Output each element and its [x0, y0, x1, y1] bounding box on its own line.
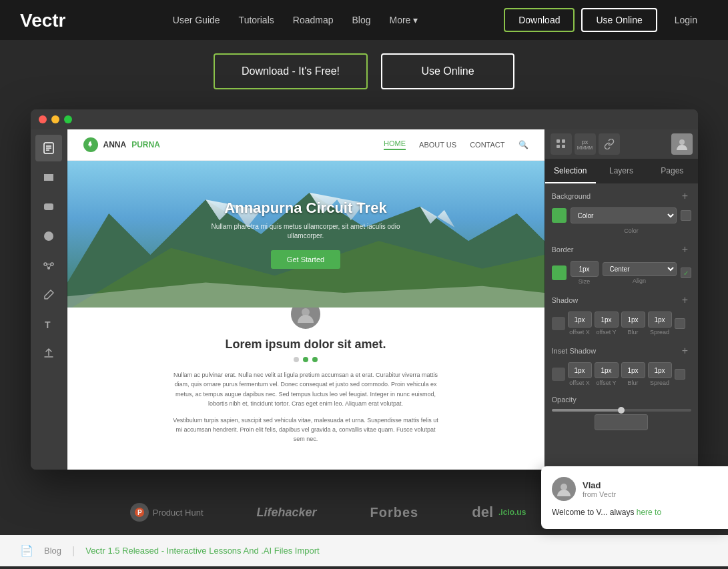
tab-pages[interactable]: Pages — [647, 159, 697, 183]
hero-section: Download - It's Free! Use Online — [0, 40, 728, 490]
shadow-add-button[interactable]: + — [679, 294, 691, 306]
titlebar — [31, 109, 698, 129]
maximize-button[interactable] — [64, 115, 72, 123]
opacity-title: Opacity — [552, 396, 577, 404]
site-nav-contact[interactable]: CONTACT — [470, 141, 504, 149]
panel-toolbar: px MMMM — [545, 129, 698, 159]
shadow-checkbox[interactable] — [675, 318, 685, 329]
blog-bar: 📄 Blog | Vectr 1.5 Released - Interactiv… — [0, 535, 728, 566]
inset-shadow-spread-input[interactable] — [648, 362, 672, 378]
hero-use-online-button[interactable]: Use Online — [381, 53, 514, 89]
shadow-offsety-input[interactable] — [595, 312, 619, 328]
border-checkbox[interactable]: ✓ — [681, 267, 691, 278]
right-panel: px MMMM — [544, 129, 698, 470]
site-hero-subtitle: Nullam pharetra mi quis metus ullamcorpe… — [206, 222, 406, 241]
shadow-offsety-group: offset Y — [595, 312, 619, 336]
border-color-swatch[interactable] — [552, 265, 567, 280]
border-align-select[interactable]: Center — [603, 262, 677, 276]
nav-login-button[interactable]: Login — [664, 9, 708, 31]
tool-edit[interactable] — [35, 281, 62, 308]
inset-shadow-offsety-group: offset Y — [595, 362, 619, 386]
site-content-text-1: Nullam ac pulvinar erat. Nulla nec velit… — [172, 370, 439, 409]
panel-user-avatar — [671, 133, 693, 155]
inset-shadow-blur-input[interactable] — [621, 362, 645, 378]
chat-link[interactable]: here to — [637, 508, 661, 517]
tab-selection[interactable]: Selection — [545, 159, 596, 183]
inset-shadow-add-button[interactable]: + — [679, 345, 691, 357]
tool-rectangle[interactable] — [35, 164, 62, 191]
blog-label: Blog — [44, 546, 61, 556]
svg-rect-25 — [557, 145, 560, 148]
tool-pen[interactable] — [35, 252, 62, 279]
svg-point-7 — [44, 231, 53, 241]
tool-text[interactable]: T — [35, 311, 62, 338]
blog-document-icon: 📄 — [20, 544, 33, 557]
svg-rect-24 — [562, 139, 565, 143]
border-align-group: Center Align — [603, 262, 677, 284]
svg-rect-23 — [557, 139, 560, 143]
background-color-swatch[interactable] — [552, 208, 567, 223]
background-checkbox[interactable] — [681, 210, 691, 221]
shadow-offsetx-group: offset X — [568, 312, 592, 336]
shadow-spread-input[interactable] — [648, 312, 672, 328]
nav-more[interactable]: More ▾ — [390, 15, 418, 25]
inset-shadow-checkbox[interactable] — [675, 369, 685, 380]
close-button[interactable] — [39, 115, 47, 123]
shadow-row: offset X offset Y Blur — [552, 312, 691, 336]
border-size-group: Size — [571, 261, 599, 285]
nav-user-guide[interactable]: User Guide — [173, 15, 220, 25]
background-add-button[interactable]: + — [679, 190, 691, 202]
background-type-select[interactable]: Color — [571, 207, 677, 223]
tool-rounded-rect[interactable] — [35, 193, 62, 220]
panel-link-icon[interactable] — [599, 133, 620, 155]
section-shadow: Shadow + offset X offset Y — [552, 294, 691, 336]
inset-shadow-offsety-input[interactable] — [595, 362, 619, 378]
section-border: Border + Size Center — [552, 243, 691, 285]
svg-point-31 — [561, 484, 567, 490]
inset-shadow-color-swatch[interactable] — [552, 368, 565, 381]
site-hero-content: Annapurna Circuit Trek Nullam pharetra m… — [67, 161, 544, 308]
svg-point-27 — [679, 139, 685, 145]
nav-use-online-button[interactable]: Use Online — [581, 8, 657, 32]
svg-line-12 — [46, 265, 48, 267]
tab-layers[interactable]: Layers — [596, 159, 647, 183]
opacity-value-input[interactable]: opacity — [595, 414, 648, 430]
canvas-area[interactable]: ANNA PURNA HOME ABOUT US CONTACT 🔍 — [67, 129, 544, 470]
svg-text:T: T — [45, 320, 51, 330]
tool-circle[interactable] — [35, 223, 62, 249]
border-size-input[interactable] — [571, 261, 599, 277]
nav-blog[interactable]: Blog — [352, 15, 370, 25]
opacity-value-row: opacity — [552, 414, 691, 430]
shadow-offsetx-input[interactable] — [568, 312, 592, 328]
tool-upload[interactable] — [35, 340, 62, 367]
site-hero-btn[interactable]: Get Started — [271, 250, 340, 269]
app-window: T — [31, 109, 698, 470]
minimize-button[interactable] — [51, 115, 59, 123]
border-add-button[interactable]: + — [679, 243, 691, 255]
chat-widget: Vlad from Vectr Welcome to V... always h… — [541, 466, 728, 529]
shadow-color-swatch[interactable] — [552, 317, 565, 330]
chat-message: Welcome to V... always here to — [552, 506, 717, 518]
hero-download-button[interactable]: Download - It's Free! — [214, 53, 368, 89]
svg-text:P: P — [137, 509, 142, 516]
opacity-slider[interactable] — [552, 409, 691, 412]
nav-download-button[interactable]: Download — [504, 8, 575, 32]
nav-tutorials[interactable]: Tutorials — [239, 15, 274, 25]
tool-document[interactable] — [35, 135, 62, 161]
background-row: Color — [552, 207, 691, 223]
inset-shadow-offsetx-input[interactable] — [568, 362, 592, 378]
search-icon[interactable]: 🔍 — [518, 140, 528, 149]
panel-px-icon[interactable]: px MMMM — [575, 133, 596, 155]
shadow-blur-input[interactable] — [621, 312, 645, 328]
blog-article-link[interactable]: Vectr 1.5 Released - Interactive Lessons… — [85, 546, 319, 556]
nav-roadmap[interactable]: Roadmap — [293, 15, 334, 25]
chat-header: Vlad from Vectr — [552, 477, 717, 501]
section-opacity: Opacity opacity — [552, 396, 691, 430]
opacity-row — [552, 409, 691, 412]
site-nav-about[interactable]: ABOUT US — [419, 141, 456, 149]
nav-links: User Guide Tutorials Roadmap Blog More ▾ — [173, 15, 418, 25]
panel-grid-icon[interactable] — [551, 133, 572, 155]
site-nav-home[interactable]: HOME — [384, 139, 406, 150]
border-row: Size Center Align ✓ — [552, 261, 691, 285]
product-hunt-logo: P Product Hunt — [130, 503, 204, 522]
